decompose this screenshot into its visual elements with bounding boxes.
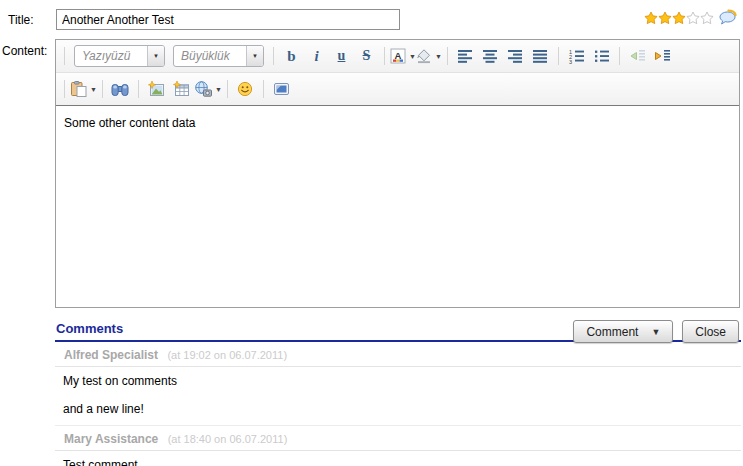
preview-button[interactable] (269, 77, 294, 102)
comment-timestamp: (at 19:02 on 06.07.2011) (167, 349, 287, 361)
comment-header: Alfred Specialist (at 19:02 on 06.07.201… (55, 342, 741, 367)
font-color-icon: A (390, 48, 406, 64)
screen-icon (273, 81, 290, 97)
outdent-button[interactable] (625, 44, 650, 69)
paste-icon (70, 81, 87, 97)
comment-item: Mary Assistance (at 18:40 on 06.07.2011)… (55, 426, 741, 466)
toolbar-separator (619, 47, 620, 65)
toolbar-separator (102, 80, 103, 98)
font-color-button[interactable]: A ▼ (390, 44, 416, 69)
strikethrough-button[interactable]: S (354, 44, 379, 69)
title-label: Title: (8, 13, 34, 27)
ordered-list-button[interactable]: 1 2 3 (564, 44, 589, 69)
insert-image-button[interactable] (144, 77, 169, 102)
font-size-value: Büyüklük (174, 46, 246, 66)
chevron-down-icon: ▼ (409, 53, 416, 60)
comment-body-line: and a new line! (63, 402, 733, 416)
comment-button[interactable]: Comment ▼ (573, 320, 673, 343)
justify-icon (532, 48, 548, 64)
italic-icon: i (314, 49, 318, 64)
close-button-label: Close (695, 325, 726, 339)
indent-icon (654, 48, 671, 64)
comment-body-line: My test on comments (63, 374, 733, 388)
bold-icon: b (287, 49, 295, 64)
toolbar-separator (273, 47, 274, 65)
font-family-combo[interactable]: Yazıyüzü ▼ (74, 45, 165, 67)
insert-media-button[interactable]: ▼ (194, 77, 222, 102)
background-color-button[interactable]: ▼ (416, 44, 442, 69)
content-label: Content: (2, 44, 47, 58)
rich-text-editor: Yazıyüzü ▼ Büyüklük ▼ b i u S A (55, 39, 740, 308)
star-icon[interactable] (672, 11, 686, 25)
comment-body: Test comment (55, 451, 741, 466)
svg-text:A: A (395, 50, 402, 61)
justify-button[interactable] (528, 44, 553, 69)
comments-actions: Comment ▼ Close (573, 320, 739, 343)
align-right-icon (507, 48, 523, 64)
font-family-value: Yazıyüzü (75, 46, 147, 66)
editor-toolbar-row2: ▼ (56, 73, 739, 106)
underline-button[interactable]: u (329, 44, 354, 69)
star-icon[interactable] (658, 11, 672, 25)
star-icon[interactable] (700, 11, 714, 25)
close-button[interactable]: Close (682, 320, 739, 343)
indent-button[interactable] (650, 44, 675, 69)
unordered-list-button[interactable] (589, 44, 614, 69)
chevron-down-icon[interactable]: ▼ (246, 46, 263, 66)
chevron-down-icon: ▼ (651, 327, 660, 337)
insert-image-icon (148, 81, 165, 97)
toolbar-separator (138, 80, 139, 98)
smiley-icon (237, 81, 253, 97)
star-rating[interactable] (644, 9, 738, 26)
comments-list: Alfred Specialist (at 19:02 on 06.07.201… (55, 342, 741, 466)
comment-item: Alfred Specialist (at 19:02 on 06.07.201… (55, 342, 741, 426)
toolbar-separator (558, 47, 559, 65)
bold-button[interactable]: b (279, 44, 304, 69)
comment-timestamp: (at 18:40 on 06.07.2011) (168, 433, 288, 445)
emoticon-button[interactable] (233, 77, 258, 102)
star-icon[interactable] (686, 11, 700, 25)
toolbar-separator (227, 80, 228, 98)
editor-content[interactable]: Some other content data (56, 106, 739, 307)
underline-icon: u (338, 49, 346, 63)
align-center-button[interactable] (478, 44, 503, 69)
comment-body-line (63, 388, 733, 402)
comment-bubble-icon[interactable] (718, 9, 738, 26)
toolbar-separator (64, 80, 65, 98)
paste-button[interactable]: ▼ (70, 77, 97, 102)
comments-section: Comments Comment ▼ Close Alfred Speciali… (55, 316, 741, 466)
binoculars-icon (111, 82, 129, 97)
editor-toolbar-row1: Yazıyüzü ▼ Büyüklük ▼ b i u S A (56, 40, 739, 73)
align-right-button[interactable] (503, 44, 528, 69)
find-button[interactable] (108, 77, 133, 102)
comment-header: Mary Assistance (at 18:40 on 06.07.2011) (55, 426, 741, 451)
toolbar-separator (447, 47, 448, 65)
align-left-button[interactable] (453, 44, 478, 69)
chevron-down-icon[interactable]: ▼ (147, 46, 164, 66)
strikethrough-icon: S (363, 49, 371, 63)
star-rating-stars[interactable] (644, 11, 714, 25)
chevron-down-icon: ▼ (215, 86, 222, 93)
insert-table-button[interactable] (169, 77, 194, 102)
comment-button-label: Comment (586, 325, 638, 339)
unordered-list-icon (593, 48, 610, 64)
ordered-list-icon: 1 2 3 (568, 48, 585, 64)
title-input[interactable] (56, 9, 400, 30)
paint-bucket-icon (416, 48, 432, 64)
italic-button[interactable]: i (304, 44, 329, 69)
chevron-down-icon: ▼ (90, 86, 97, 93)
comment-author: Alfred Specialist (64, 348, 158, 362)
toolbar-separator (64, 47, 65, 65)
toolbar-separator (263, 80, 264, 98)
font-size-combo[interactable]: Büyüklük ▼ (173, 45, 264, 67)
comment-body-line: Test comment (63, 458, 733, 466)
svg-text:3: 3 (569, 59, 572, 64)
comment-body: My test on comments and a new line! (55, 367, 741, 425)
align-left-icon (457, 48, 473, 64)
comments-heading: Comments (56, 321, 123, 336)
comment-author: Mary Assistance (64, 432, 158, 446)
chevron-down-icon: ▼ (435, 53, 442, 60)
star-icon[interactable] (644, 11, 658, 25)
outdent-icon (629, 48, 646, 64)
comments-header: Comments Comment ▼ Close (55, 316, 741, 342)
